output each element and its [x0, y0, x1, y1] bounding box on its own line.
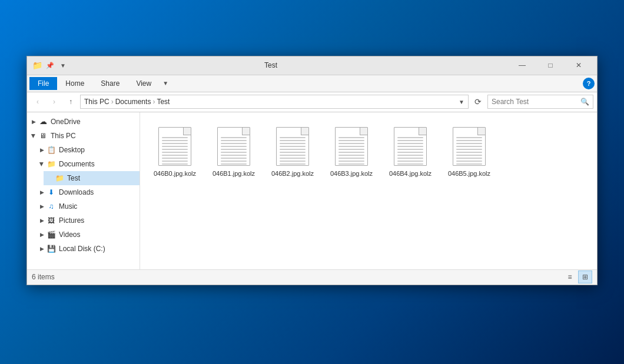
sidebar-label-test: Test — [67, 174, 80, 182]
address-bar: ‹ › ↑ This PC › Documents › Test ▼ ⟳ 🔍 — [27, 92, 597, 112]
file-doc-lines — [162, 137, 188, 166]
refresh-button[interactable]: ⟳ — [471, 95, 485, 109]
file-doc-line — [397, 146, 423, 147]
file-doc-line — [221, 137, 247, 138]
file-doc-line — [456, 143, 482, 144]
file-doc-line — [221, 149, 247, 150]
file-doc-line — [162, 152, 188, 153]
file-item-file5[interactable]: 046B5.jpg.kolz — [443, 121, 496, 182]
file-item-file4[interactable]: 046B4.jpg.kolz — [384, 121, 437, 182]
ribbon-expand-icon[interactable]: ▼ — [160, 78, 171, 89]
forward-button[interactable]: › — [47, 95, 61, 109]
file-doc-icon — [394, 127, 427, 166]
path-sep-1: › — [111, 98, 114, 106]
file-doc-icon — [158, 127, 191, 166]
content-area: 046B0.jpg.kolz046B1.jpg.kolz046B2.jpg.ko… — [140, 112, 597, 269]
onedrive-icon: ☁ — [38, 116, 48, 127]
sidebar-item-onedrive[interactable]: ▶ ☁ OneDrive — [27, 115, 140, 129]
close-button[interactable]: ✕ — [565, 56, 592, 75]
file-name: 046B3.jpg.kolz — [330, 169, 373, 178]
file-doc-line — [280, 155, 306, 156]
expand-arrow-desktop: ▶ — [38, 146, 46, 154]
tab-view[interactable]: View — [128, 77, 160, 90]
test-folder-icon: 📁 — [54, 173, 65, 183]
file-doc-line — [221, 158, 247, 159]
sidebar-item-thispc[interactable]: ▶ 🖥 This PC — [27, 129, 140, 143]
file-doc-line — [456, 140, 482, 141]
address-dropdown-icon[interactable]: ▼ — [459, 99, 464, 105]
file-doc-line — [338, 146, 364, 147]
path-this-pc[interactable]: This PC — [84, 98, 109, 106]
file-name: 046B0.jpg.kolz — [154, 169, 196, 178]
tab-home[interactable]: Home — [57, 77, 92, 90]
videos-icon: 🎬 — [46, 229, 57, 240]
file-doc-line — [221, 152, 247, 153]
expand-arrow-downloads: ▶ — [38, 188, 46, 196]
expand-arrow-music: ▶ — [38, 202, 46, 211]
file-doc-lines — [456, 137, 482, 166]
file-doc-line — [456, 158, 482, 159]
sidebar-item-pictures[interactable]: ▶ 🖼 Pictures — [35, 213, 140, 228]
search-icon[interactable]: 🔍 — [580, 98, 589, 106]
sidebar-item-desktop[interactable]: ▶ 📋 Desktop — [35, 143, 140, 157]
list-view-button[interactable]: ≡ — [563, 271, 577, 283]
file-item-file0[interactable]: 046B0.jpg.kolz — [148, 121, 201, 182]
file-doc-icon — [217, 127, 250, 166]
sidebar-item-test[interactable]: ▶ 📁 Test — [44, 171, 140, 185]
file-doc-line — [162, 149, 188, 150]
tab-file[interactable]: File — [29, 77, 57, 90]
file-doc-line — [280, 149, 306, 150]
thispc-icon: 🖥 — [38, 131, 48, 141]
expand-arrow-thispc: ▶ — [29, 132, 38, 140]
file-doc-line — [338, 140, 364, 141]
sidebar-label-thispc: This PC — [51, 132, 76, 140]
path-test[interactable]: Test — [157, 98, 170, 106]
path-documents[interactable]: Documents — [115, 98, 151, 106]
file-doc-icon — [453, 127, 486, 166]
sidebar-item-videos[interactable]: ▶ 🎬 Videos — [35, 228, 140, 242]
file-name: 046B4.jpg.kolz — [389, 169, 432, 178]
file-doc-line — [338, 163, 364, 165]
search-input[interactable] — [492, 98, 580, 106]
tab-share[interactable]: Share — [92, 77, 128, 90]
expand-arrow-onedrive: ▶ — [29, 118, 38, 126]
maximize-button[interactable]: □ — [537, 56, 564, 75]
file-doc-line — [456, 161, 482, 162]
file-doc-line — [338, 149, 364, 150]
back-button[interactable]: ‹ — [31, 95, 45, 109]
file-doc-line — [456, 149, 482, 150]
search-box[interactable]: 🔍 — [487, 95, 593, 109]
file-doc-lines — [397, 137, 423, 166]
expand-arrow-localdisk: ▶ — [38, 245, 46, 253]
file-doc-line — [397, 161, 423, 162]
file-item-file3[interactable]: 046B3.jpg.kolz — [325, 121, 378, 182]
sidebar-item-downloads[interactable]: ▶ ⬇ Downloads — [35, 185, 140, 199]
sidebar-item-documents[interactable]: ▶ 📁 Documents — [35, 157, 140, 171]
file-doc-line — [397, 140, 423, 141]
file-grid: 046B0.jpg.kolz046B1.jpg.kolz046B2.jpg.ko… — [146, 118, 591, 185]
view-buttons: ≡ ⊞ — [563, 271, 592, 283]
file-doc-line — [456, 152, 482, 153]
address-path[interactable]: This PC › Documents › Test ▼ — [80, 95, 469, 109]
ribbon: File Home Share View ▼ ? — [27, 75, 597, 92]
file-doc-lines — [221, 137, 247, 166]
title-bar: 📁 📌 ▼ Test — □ ✕ — [27, 56, 597, 75]
downloads-icon: ⬇ — [46, 187, 57, 198]
sidebar-label-videos: Videos — [59, 231, 80, 239]
minimize-button[interactable]: — — [509, 56, 536, 75]
sidebar-label-documents: Documents — [59, 160, 95, 168]
file-item-file2[interactable]: 046B2.jpg.kolz — [266, 121, 319, 182]
file-doc-line — [397, 155, 423, 156]
file-doc-line — [397, 137, 423, 138]
file-item-file1[interactable]: 046B1.jpg.kolz — [207, 121, 260, 182]
file-name: 046B1.jpg.kolz — [213, 169, 255, 178]
sidebar-item-localdisk[interactable]: ▶ 💾 Local Disk (C:) — [35, 242, 140, 256]
icon-view-button[interactable]: ⊞ — [578, 271, 592, 283]
items-count: 6 items — [32, 273, 563, 281]
up-button[interactable]: ↑ — [64, 95, 78, 109]
file-doc-line — [338, 143, 364, 144]
file-doc-line — [162, 140, 188, 141]
sidebar-item-music[interactable]: ▶ ♫ Music — [35, 199, 140, 213]
help-button[interactable]: ? — [583, 78, 595, 89]
file-icon-wrap — [450, 125, 488, 168]
